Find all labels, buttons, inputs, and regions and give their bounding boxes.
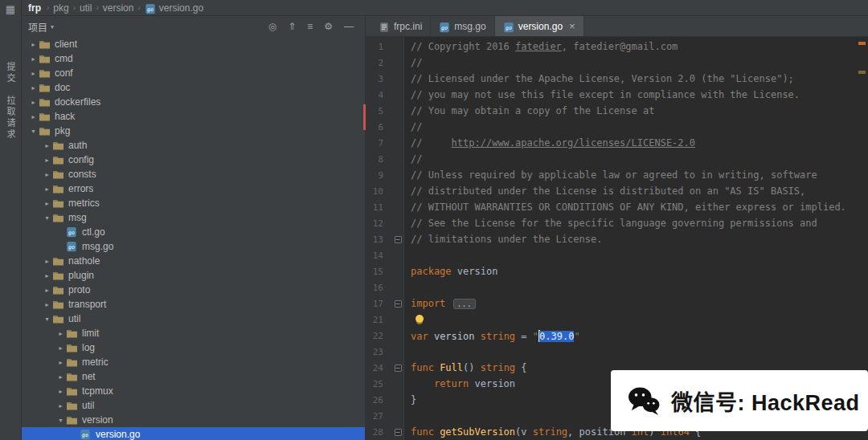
- tree-item-log[interactable]: ▸log: [22, 340, 365, 355]
- tree-item-msg[interactable]: ▾msg: [22, 210, 365, 225]
- tree-item-dockerfiles[interactable]: ▸dockerfiles: [22, 95, 365, 109]
- code-segment: 0.39.0: [539, 331, 574, 342]
- tree-item-plugin[interactable]: ▸plugin: [22, 268, 365, 283]
- tree-item-label: proto: [68, 284, 90, 295]
- chevron-down-icon[interactable]: ▾: [28, 128, 39, 135]
- breadcrumb-item-pkg[interactable]: pkg: [52, 2, 69, 14]
- tree-item-util[interactable]: ▸util: [22, 398, 365, 413]
- fold-marker-icon[interactable]: −: [395, 365, 402, 372]
- code-text: // Unless required by applicable law or …: [404, 169, 817, 181]
- tree-item-pkg[interactable]: ▾pkg: [22, 124, 365, 138]
- tree-item-proto[interactable]: ▸proto: [22, 283, 365, 297]
- tree-item-ctl.go[interactable]: goctl.go: [22, 225, 365, 239]
- settings-icon[interactable]: ⚙: [324, 21, 333, 32]
- editor-tab-msg.go[interactable]: gomsg.go: [431, 16, 494, 36]
- fold-marker-icon[interactable]: −: [395, 300, 402, 308]
- chevron-right-icon[interactable]: ▸: [42, 301, 52, 308]
- folded-region-badge[interactable]: ...: [453, 299, 476, 309]
- ini-file-icon: [379, 22, 390, 33]
- tool-button-pull-requests[interactable]: 拉取请求: [4, 96, 17, 141]
- tree-item-doc[interactable]: ▸doc: [22, 80, 365, 95]
- close-icon[interactable]: ×: [569, 21, 575, 31]
- tree-item-config[interactable]: ▸config: [22, 153, 365, 167]
- tree-item-conf[interactable]: ▸conf: [22, 66, 365, 80]
- breadcrumb-item-util[interactable]: util: [79, 2, 92, 14]
- chevron-right-icon[interactable]: ▸: [42, 157, 52, 164]
- view-options-icon[interactable]: ≡: [307, 21, 313, 32]
- chevron-right-icon[interactable]: ▸: [42, 171, 52, 178]
- code-segment: import: [411, 298, 445, 309]
- editor-tab-frpc.ini[interactable]: frpc.ini: [371, 16, 431, 36]
- tree-item-hack[interactable]: ▸hack: [22, 109, 365, 124]
- locate-file-icon[interactable]: ◎: [268, 21, 276, 32]
- tree-item-errors[interactable]: ▸errors: [22, 181, 365, 196]
- chevron-right-icon[interactable]: ▸: [42, 142, 52, 149]
- wechat-logo-icon: [627, 386, 661, 415]
- code-segment: //: [411, 121, 422, 132]
- chevron-right-icon[interactable]: ▸: [55, 388, 66, 395]
- chevron-right-icon[interactable]: ▸: [42, 185, 52, 193]
- go-file-icon: go: [439, 22, 450, 33]
- chevron-right-icon[interactable]: ▸: [28, 41, 39, 48]
- hide-panel-icon[interactable]: —: [344, 21, 354, 32]
- fold-column: −: [391, 429, 404, 436]
- chevron-right-icon[interactable]: ▸: [28, 99, 39, 106]
- chevron-right-icon[interactable]: ▸: [28, 55, 39, 63]
- tree-item-metrics[interactable]: ▸metrics: [22, 196, 365, 210]
- tree-item-transport[interactable]: ▸transport: [22, 297, 365, 312]
- code-text: // distributed under the License is dist…: [404, 185, 805, 197]
- tool-button-commit[interactable]: 提交: [4, 62, 17, 84]
- code-line-10: 10// distributed under the License is di…: [366, 183, 868, 199]
- tree-item-limit[interactable]: ▸limit: [22, 326, 365, 340]
- fold-marker-icon[interactable]: −: [395, 429, 402, 436]
- chevron-right-icon[interactable]: ▸: [55, 330, 66, 337]
- chevron-right-icon[interactable]: ▸: [42, 200, 52, 207]
- chevron-right-icon[interactable]: ▸: [28, 70, 39, 77]
- chevron-down-icon[interactable]: ▾: [42, 214, 52, 222]
- code-text: [404, 314, 424, 325]
- tree-item-net[interactable]: ▸net: [22, 369, 365, 384]
- collapse-all-icon[interactable]: ⇑: [288, 21, 296, 32]
- code-segment: [411, 378, 434, 389]
- folder-icon: [39, 83, 55, 93]
- tree-item-cmd[interactable]: ▸cmd: [22, 51, 365, 66]
- chevron-right-icon[interactable]: ▸: [28, 113, 39, 120]
- tree-item-version.go[interactable]: goversion.go: [22, 427, 365, 440]
- chevron-right-icon[interactable]: ▸: [42, 287, 52, 294]
- code-segment: var: [411, 331, 428, 342]
- chevron-right-icon[interactable]: ▸: [42, 272, 52, 279]
- code-line-7: 7// http://www.apache.org/licenses/LICEN…: [366, 135, 868, 151]
- code-text: //: [404, 121, 422, 132]
- folder-icon: [39, 126, 55, 136]
- editor-tab-version.go[interactable]: goversion.go×: [495, 16, 584, 36]
- tool-windows-icon[interactable]: ▦: [6, 3, 15, 15]
- chevron-right-icon[interactable]: ▸: [55, 402, 66, 409]
- tree-item-label: metric: [82, 356, 108, 368]
- chevron-right-icon[interactable]: ▸: [55, 373, 66, 381]
- tree-item-metric[interactable]: ▸metric: [22, 355, 365, 369]
- line-number: 8: [366, 154, 391, 165]
- chevron-right-icon[interactable]: ▸: [42, 258, 52, 265]
- tree-item-consts[interactable]: ▸consts: [22, 167, 365, 181]
- tree-item-msg.go[interactable]: gomsg.go: [22, 239, 365, 254]
- tree-item-nathole[interactable]: ▸nathole: [22, 254, 365, 268]
- fold-marker-icon[interactable]: −: [395, 236, 402, 243]
- chevron-down-icon[interactable]: ▾: [55, 417, 66, 424]
- breadcrumb-item-version[interactable]: version: [102, 2, 135, 14]
- tree-item-auth[interactable]: ▸auth: [22, 138, 365, 153]
- line-number: 4: [366, 90, 391, 100]
- chevron-right-icon[interactable]: ▸: [55, 359, 66, 366]
- chevron-right-icon[interactable]: ▸: [55, 344, 66, 352]
- tree-item-client[interactable]: ▸client: [22, 37, 365, 51]
- breadcrumb-root[interactable]: frp: [28, 2, 41, 14]
- intention-bulb-icon[interactable]: [416, 315, 424, 323]
- chevron-down-icon[interactable]: ▾: [42, 316, 52, 323]
- chevron-right-icon[interactable]: ▸: [28, 84, 39, 92]
- folder-icon: [52, 141, 68, 151]
- chevron-down-icon: ▾: [51, 23, 54, 31]
- breadcrumb-item-version.go[interactable]: version.go: [158, 2, 204, 14]
- project-view-selector[interactable]: 项目 ▾: [28, 20, 54, 34]
- tree-item-version[interactable]: ▾version: [22, 413, 365, 427]
- tree-item-tcpmux[interactable]: ▸tcpmux: [22, 384, 365, 398]
- tree-item-util[interactable]: ▾util: [22, 312, 365, 326]
